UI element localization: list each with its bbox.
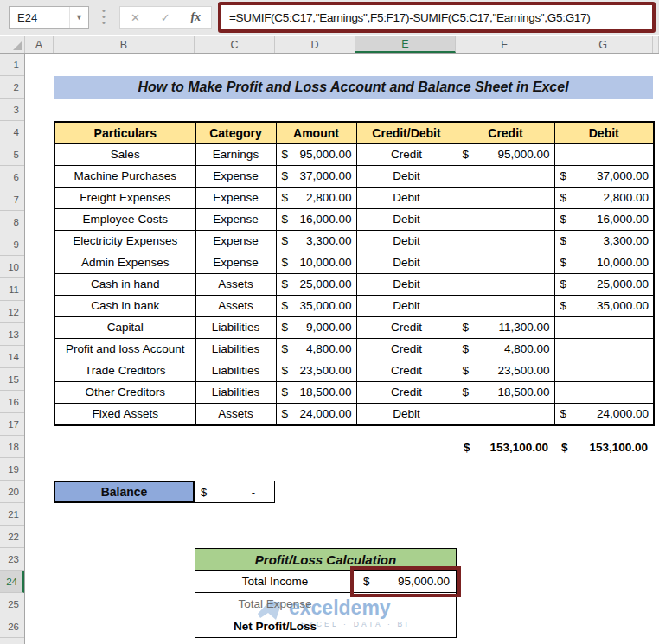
- balance-value-cell[interactable]: $ -: [194, 481, 275, 503]
- cell-debit[interactable]: $25,000.00: [554, 273, 654, 295]
- cell-credit-debit[interactable]: Debit: [356, 252, 457, 273]
- cell-category[interactable]: Liabilities: [195, 316, 276, 338]
- cell-particulars[interactable]: Fixed Assets: [54, 403, 195, 424]
- total-debit-cell[interactable]: $ 153,100.00: [553, 436, 653, 458]
- cell-debit[interactable]: $2,800.00: [554, 187, 654, 208]
- select-all-corner[interactable]: [0, 36, 25, 53]
- cell-debit[interactable]: $16,000.00: [554, 208, 654, 230]
- cell-credit-debit[interactable]: Debit: [356, 187, 457, 208]
- cell-credit[interactable]: [457, 403, 554, 424]
- header-credit-debit[interactable]: Credit/Debit: [356, 122, 457, 143]
- cell-particulars[interactable]: Trade Creditors: [54, 360, 195, 381]
- header-credit[interactable]: Credit: [457, 122, 554, 143]
- row-header-3[interactable]: 3: [0, 99, 24, 121]
- cell-debit[interactable]: $24,000.00: [554, 403, 654, 424]
- cell-debit[interactable]: [554, 381, 654, 403]
- cell-particulars[interactable]: Freight Expenses: [54, 187, 195, 208]
- cell-amount[interactable]: $37,000.00: [276, 165, 356, 187]
- cell-amount[interactable]: $2,800.00: [276, 187, 356, 208]
- row-header-14[interactable]: 14: [0, 346, 24, 368]
- cell-debit[interactable]: $35,000.00: [554, 295, 654, 316]
- cell-credit[interactable]: [457, 252, 554, 273]
- sheet-title-banner[interactable]: How to Make Profit and Loss Account and …: [54, 76, 653, 99]
- cell-credit[interactable]: $95,000.00: [457, 143, 554, 165]
- cell-category[interactable]: Assets: [195, 403, 276, 424]
- header-particulars[interactable]: Particulars: [54, 122, 195, 143]
- balance-label-cell[interactable]: Balance: [54, 481, 195, 503]
- cell-particulars[interactable]: Cash in hand: [54, 273, 195, 295]
- row-header-20[interactable]: 20: [0, 481, 24, 503]
- cell-credit[interactable]: $4,800.00: [457, 338, 554, 360]
- row-header-4[interactable]: 4: [0, 121, 24, 143]
- cell-category[interactable]: Liabilities: [195, 381, 276, 403]
- name-box[interactable]: E24 ▼: [9, 6, 89, 29]
- cell-credit-debit[interactable]: Debit: [356, 295, 457, 316]
- cell-particulars[interactable]: Electricity Expenses: [54, 230, 195, 252]
- cell-category[interactable]: Assets: [195, 273, 276, 295]
- row-header-22[interactable]: 22: [0, 526, 24, 548]
- column-header-B[interactable]: B: [54, 36, 195, 53]
- cell-debit[interactable]: [554, 316, 654, 338]
- cell-credit[interactable]: [457, 230, 554, 252]
- cancel-icon[interactable]: ✕: [131, 11, 140, 24]
- net-profit-loss-value-cell[interactable]: [355, 615, 457, 638]
- header-amount[interactable]: Amount: [276, 122, 356, 143]
- cell-credit[interactable]: [457, 165, 554, 187]
- insert-function-icon[interactable]: fx: [190, 10, 201, 24]
- column-header-E[interactable]: E: [355, 36, 456, 53]
- row-header-2[interactable]: 2: [0, 76, 24, 99]
- row-header-26[interactable]: 26: [0, 615, 24, 638]
- row-header-13[interactable]: 13: [0, 323, 24, 346]
- row-header-1[interactable]: 1: [0, 54, 24, 76]
- total-expense-label-cell[interactable]: Total Expense: [195, 593, 355, 615]
- total-income-value-cell[interactable]: $ 95,000.00: [355, 571, 457, 593]
- row-header-15[interactable]: 15: [0, 368, 24, 391]
- cell-category[interactable]: Expense: [195, 208, 276, 230]
- cell-debit[interactable]: [554, 338, 654, 360]
- net-profit-loss-label-cell[interactable]: Net Profit/Loss: [195, 615, 355, 638]
- column-header-F[interactable]: F: [456, 36, 553, 53]
- cell-category[interactable]: Expense: [195, 252, 276, 273]
- row-header-6[interactable]: 6: [0, 166, 24, 188]
- cell-amount[interactable]: $23,500.00: [276, 360, 356, 381]
- cell-amount[interactable]: $25,000.00: [276, 273, 356, 295]
- cell-credit-debit[interactable]: Credit: [356, 381, 457, 403]
- column-header-A[interactable]: A: [25, 36, 54, 53]
- cell-particulars[interactable]: Other Creditors: [54, 381, 195, 403]
- header-category[interactable]: Category: [195, 122, 276, 143]
- cell-category[interactable]: Expense: [195, 165, 276, 187]
- cell-credit[interactable]: [457, 187, 554, 208]
- row-header-24[interactable]: 24: [0, 571, 24, 593]
- cell-particulars[interactable]: Sales: [54, 143, 195, 165]
- cell-particulars[interactable]: Cash in bank: [54, 295, 195, 316]
- cell-category[interactable]: Expense: [195, 230, 276, 252]
- row-header-8[interactable]: 8: [0, 211, 24, 233]
- total-expense-value-cell[interactable]: [355, 593, 457, 615]
- cell-credit[interactable]: $23,500.00: [457, 360, 554, 381]
- cell-amount[interactable]: $16,000.00: [276, 208, 356, 230]
- cell-credit[interactable]: $18,500.00: [457, 381, 554, 403]
- row-header-12[interactable]: 12: [0, 301, 24, 323]
- cell-category[interactable]: Assets: [195, 295, 276, 316]
- header-debit[interactable]: Debit: [554, 122, 654, 143]
- column-header-D[interactable]: D: [275, 36, 355, 53]
- row-header-5[interactable]: 5: [0, 143, 24, 166]
- cell-category[interactable]: Earnings: [195, 143, 276, 165]
- cell-amount[interactable]: $9,000.00: [276, 316, 356, 338]
- cell-amount[interactable]: $10,000.00: [276, 252, 356, 273]
- cell-credit[interactable]: [457, 208, 554, 230]
- cell-particulars[interactable]: Employee Costs: [54, 208, 195, 230]
- cell-debit[interactable]: $10,000.00: [554, 252, 654, 273]
- total-credit-cell[interactable]: $ 153,100.00: [456, 436, 553, 458]
- cell-particulars[interactable]: Capital: [54, 316, 195, 338]
- cell-category[interactable]: Expense: [195, 187, 276, 208]
- cell-credit[interactable]: [457, 295, 554, 316]
- row-header-19[interactable]: 19: [0, 458, 24, 481]
- column-header-C[interactable]: C: [195, 36, 275, 53]
- row-header-18[interactable]: 18: [0, 436, 24, 458]
- total-income-label-cell[interactable]: Total Income: [195, 571, 355, 593]
- cell-amount[interactable]: $3,300.00: [276, 230, 356, 252]
- row-header-7[interactable]: 7: [0, 188, 24, 211]
- row-header-16[interactable]: 16: [0, 391, 24, 413]
- cell-credit-debit[interactable]: Credit: [356, 316, 457, 338]
